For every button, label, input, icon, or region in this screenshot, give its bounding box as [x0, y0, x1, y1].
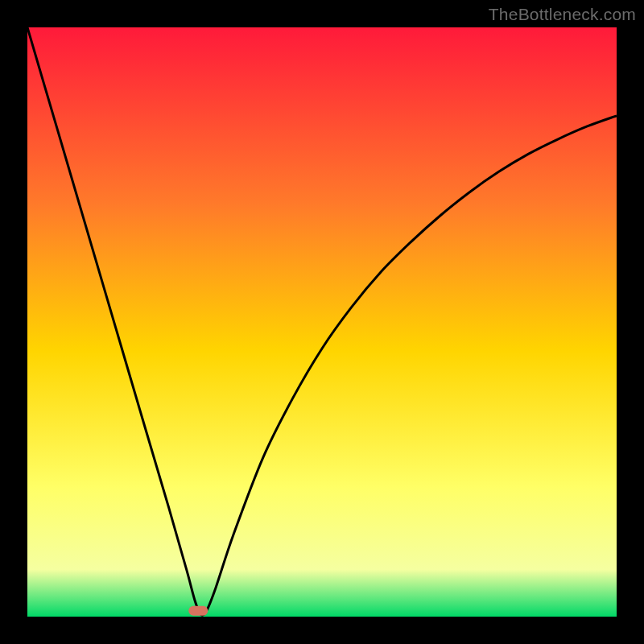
- plot-svg: [27, 27, 617, 617]
- optimum-marker: [188, 606, 208, 616]
- optimum-marker-pill: [188, 606, 208, 616]
- chart-frame: TheBottleneck.com: [0, 0, 644, 644]
- gradient-background: [27, 27, 617, 617]
- watermark-text: TheBottleneck.com: [489, 5, 636, 24]
- bottleneck-plot: [27, 27, 617, 617]
